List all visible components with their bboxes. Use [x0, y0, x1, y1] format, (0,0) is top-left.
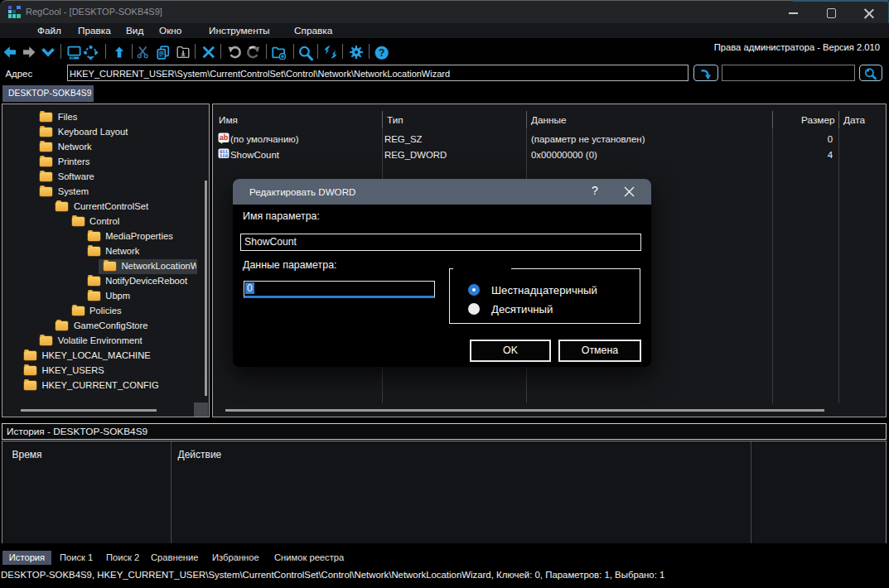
svg-text:ab: ab: [220, 133, 229, 142]
svg-text:?: ?: [379, 47, 384, 59]
svg-text:110: 110: [220, 153, 229, 159]
